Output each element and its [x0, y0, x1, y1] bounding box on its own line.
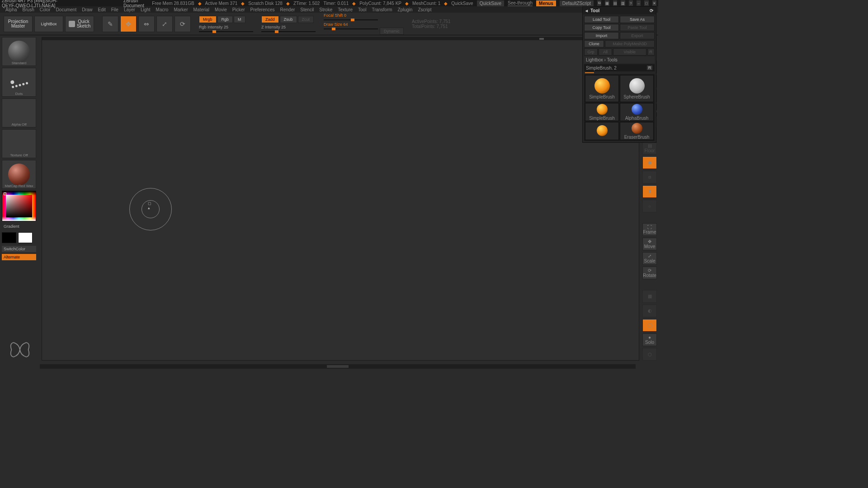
lightbox-tools-label[interactable]: Lightbox › Tools	[584, 56, 655, 63]
transp-button[interactable]: ◐	[642, 305, 657, 317]
frame-button[interactable]: ⛶Frame	[642, 223, 657, 236]
layout-icon[interactable]: ▥	[621, 0, 625, 6]
m-button[interactable]: M	[234, 16, 245, 23]
main-color-swatch[interactable]	[2, 232, 16, 243]
menu-stroke[interactable]: Stroke	[316, 7, 335, 12]
help-icon[interactable]: ?	[629, 0, 633, 6]
brush-thumb[interactable]: Standard	[2, 37, 36, 66]
quicksave-button[interactable]: QuickSave	[477, 0, 504, 6]
close-panel-icon[interactable]: ⟳	[650, 8, 653, 13]
restore-icon[interactable]: ⧉	[597, 0, 601, 6]
menu-draw[interactable]: Draw	[79, 7, 95, 12]
scale-nav-button[interactable]: ⤢Scale	[642, 252, 657, 265]
menus-button[interactable]: Menus	[536, 0, 556, 6]
bottom-tray-handle[interactable]	[40, 364, 636, 369]
menu-edit[interactable]: Edit	[95, 7, 108, 12]
r-button[interactable]: R	[647, 48, 655, 56]
zcut-button[interactable]: Zcut	[298, 16, 314, 23]
tool-item[interactable]	[585, 122, 619, 140]
lsym-button[interactable]: ⧗	[642, 185, 657, 198]
move-nav-button[interactable]: ✥Move	[642, 238, 657, 250]
clone-button[interactable]: Clone	[584, 40, 604, 47]
menu-layer[interactable]: Layer	[121, 7, 138, 12]
pin-icon[interactable]: ◂	[585, 8, 588, 13]
z-intensity-slider[interactable]: Z Intensity 25	[261, 31, 316, 32]
alpha-thumb[interactable]: Alpha Off	[2, 99, 36, 127]
layout-icon[interactable]: ▤	[613, 0, 617, 6]
solo-button[interactable]: ●Solo	[642, 333, 657, 346]
make-polymesh-button[interactable]: Make PolyMesh3D	[605, 40, 655, 47]
paste-tool-button[interactable]: Paste Tool	[620, 24, 655, 31]
draw-button[interactable]: ✥	[120, 16, 137, 32]
tool-item[interactable]: EraserBrush	[620, 122, 654, 140]
menu-zscript[interactable]: Zscript	[415, 7, 434, 12]
quicksketch-button[interactable]: Quick Sketch	[65, 16, 94, 32]
tool-item[interactable]: SimpleBrush	[585, 75, 619, 102]
maximize-icon[interactable]: □	[644, 0, 648, 6]
load-tool-button[interactable]: Load Tool	[584, 16, 619, 23]
focal-shift-slider[interactable]: Focal Shift 0	[324, 19, 378, 20]
texture-thumb[interactable]: Texture Off	[2, 129, 36, 158]
menu-macro[interactable]: Macro	[153, 7, 171, 12]
grp-button[interactable]: Grp	[584, 48, 598, 56]
gradient-button[interactable]: Gradient	[2, 223, 36, 230]
stroke-thumb[interactable]: Dots	[2, 68, 36, 97]
liveedt-button[interactable]: ⧈	[642, 171, 657, 183]
import-button[interactable]: Import	[584, 32, 619, 39]
menu-zplugin[interactable]: Zplugin	[395, 7, 415, 12]
menu-picker[interactable]: Picker	[230, 7, 248, 12]
menu-stencil[interactable]: Stencil	[297, 7, 316, 12]
lightbox-button[interactable]: LightBox	[34, 16, 63, 32]
tool-item[interactable]: AlphaBrush	[620, 103, 654, 121]
menu-file[interactable]: File	[108, 7, 121, 12]
menu-preferences[interactable]: Preferences	[248, 7, 278, 12]
menu-texture[interactable]: Texture	[335, 7, 355, 12]
xpose-button[interactable]: ⬡	[642, 348, 657, 361]
zsub-button[interactable]: Zsub	[280, 16, 297, 23]
edit-button[interactable]: ✎	[102, 16, 118, 32]
menu-movie[interactable]: Movie	[212, 7, 230, 12]
r-toggle[interactable]: R	[646, 65, 653, 70]
secondary-color-swatch[interactable]	[18, 232, 33, 243]
dynamic-button[interactable]: Dynamic	[380, 28, 404, 35]
default-script[interactable]: DefaultZScript	[560, 0, 594, 6]
switchcolor-button[interactable]: SwitchColor	[2, 246, 36, 252]
ghost-button[interactable]: ◯	[642, 319, 657, 332]
move-button[interactable]: ⇔	[138, 16, 155, 32]
minimize-icon[interactable]: –	[637, 0, 641, 6]
floor-button[interactable]: ▤Floor	[642, 142, 657, 155]
all-button[interactable]: All	[599, 48, 612, 56]
menu-transform[interactable]: Transform	[369, 7, 395, 12]
rotate-button[interactable]: ⟳	[175, 16, 191, 32]
canvas[interactable]: ◻▴	[42, 37, 639, 361]
menu-alpha[interactable]: Alpha	[3, 7, 20, 12]
scale-button[interactable]: ⤢	[156, 16, 173, 32]
draw-size-slider[interactable]: Draw Size 64	[324, 28, 378, 29]
menu-marker[interactable]: Marker	[171, 7, 190, 12]
menu-color[interactable]: Color	[37, 7, 53, 12]
copy-tool-button[interactable]: Copy Tool	[584, 24, 619, 31]
xpose1-button[interactable]: ○	[642, 200, 657, 212]
mrgb-button[interactable]: Mrgb	[199, 16, 217, 23]
rgb-button[interactable]: Rgb	[217, 16, 233, 23]
close-icon[interactable]: ✕	[652, 0, 656, 6]
rotate-nav-button[interactable]: ⟳Rotate	[642, 267, 657, 279]
tool-item[interactable]: SphereBrush	[620, 75, 654, 102]
menu-render[interactable]: Render	[278, 7, 298, 12]
seethrough-slider[interactable]: See-through	[508, 0, 533, 6]
projection-master-button[interactable]: Projection Master	[4, 16, 33, 32]
menu-document[interactable]: Document	[53, 7, 80, 12]
alternate-button[interactable]: Alternate	[2, 254, 36, 260]
rgb-intensity-slider[interactable]: Rgb Intensity 25	[199, 31, 253, 32]
save-as-button[interactable]: Save As	[620, 16, 655, 23]
menu-light[interactable]: Light	[138, 7, 153, 12]
menu-brush[interactable]: Brush	[20, 7, 37, 12]
local-button[interactable]: ◉	[642, 156, 657, 169]
visible-button[interactable]: Visible	[613, 48, 646, 56]
tool-item[interactable]: SimpleBrush	[585, 103, 619, 121]
color-picker[interactable]	[2, 191, 36, 221]
material-thumb[interactable]: MatCap Red Wax	[2, 160, 36, 189]
menu-material[interactable]: Material	[191, 7, 212, 12]
menu-tool[interactable]: Tool	[355, 7, 369, 12]
zadd-button[interactable]: Zadd	[261, 16, 279, 23]
